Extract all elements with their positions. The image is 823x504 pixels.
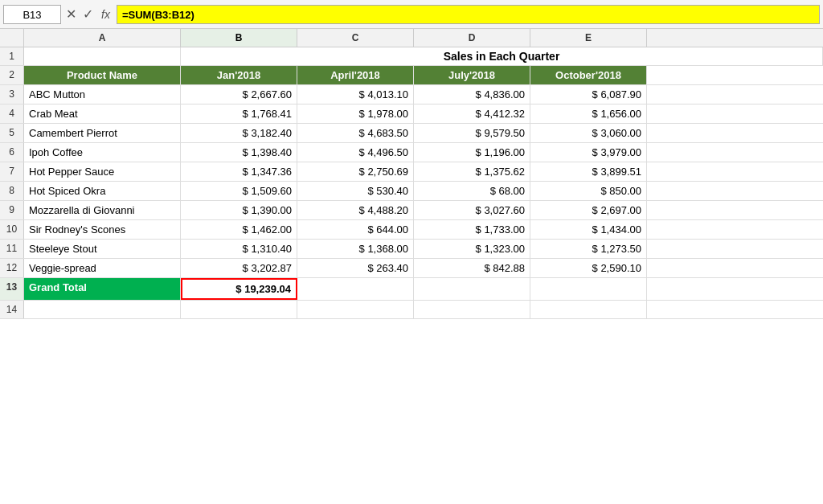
- cell-a11[interactable]: Steeleye Stout: [24, 240, 181, 258]
- row-num-10: 10: [0, 220, 24, 239]
- cell-a7[interactable]: Hot Pepper Sauce: [24, 162, 181, 181]
- row-num-2: 2: [0, 66, 24, 84]
- confirm-icon[interactable]: ✓: [81, 6, 95, 22]
- cell-c3[interactable]: $ 4,013.10: [297, 85, 414, 104]
- row-num-7: 7: [0, 162, 24, 181]
- col-header-c[interactable]: C: [297, 29, 414, 47]
- cell-a3[interactable]: ABC Mutton: [24, 85, 181, 104]
- cell-d5[interactable]: $ 9,579.50: [414, 124, 530, 142]
- row-5: 5 Camembert Pierrot $ 3,182.40 $ 4,683.5…: [0, 124, 823, 143]
- cell-c8[interactable]: $ 530.40: [297, 182, 414, 200]
- cell-d13: [414, 278, 530, 300]
- row-10: 10 Sir Rodney's Scones $ 1,462.00 $ 644.…: [0, 220, 823, 240]
- formula-bar-controls: ✕ ✓: [64, 6, 95, 22]
- cell-c7[interactable]: $ 2,750.69: [297, 162, 414, 181]
- cell-c10[interactable]: $ 644.00: [297, 220, 414, 239]
- row-num-6: 6: [0, 143, 24, 162]
- cell-b4[interactable]: $ 1,768.41: [181, 104, 297, 123]
- cell-reference-box[interactable]: B13: [3, 5, 61, 24]
- row-num-13: 13: [0, 278, 24, 300]
- cell-d7[interactable]: $ 1,375.62: [414, 162, 530, 181]
- row-num-9: 9: [0, 201, 24, 219]
- cell-c4[interactable]: $ 1,978.00: [297, 104, 414, 123]
- cell-a13[interactable]: Grand Total: [24, 278, 181, 300]
- cell-b14: [181, 301, 297, 318]
- fx-label: fx: [98, 8, 113, 21]
- cell-e4[interactable]: $ 1,656.00: [530, 104, 647, 123]
- formula-bar: B13 ✕ ✓ fx =SUM(B3:B12): [0, 0, 823, 29]
- cell-a6[interactable]: Ipoh Coffee: [24, 143, 181, 162]
- cell-b11[interactable]: $ 1,310.40: [181, 240, 297, 258]
- cell-d9[interactable]: $ 3,027.60: [414, 201, 530, 219]
- row-num-14: 14: [0, 301, 24, 318]
- cell-a12[interactable]: Veggie-spread: [24, 259, 181, 277]
- cell-a1: [24, 47, 181, 65]
- col-header-d[interactable]: D: [414, 29, 530, 47]
- cell-c5[interactable]: $ 4,683.50: [297, 124, 414, 142]
- cell-b7[interactable]: $ 1,347.36: [181, 162, 297, 181]
- cell-b13[interactable]: $ 19,239.04: [181, 278, 297, 300]
- cell-e5[interactable]: $ 3,060.00: [530, 124, 647, 142]
- cell-b3[interactable]: $ 2,667.60: [181, 85, 297, 104]
- col-header-a[interactable]: A: [24, 29, 181, 47]
- row-1: 1 Sales in Each Quarter: [0, 47, 823, 66]
- cell-d12[interactable]: $ 842.88: [414, 259, 530, 277]
- cell-d10[interactable]: $ 1,733.00: [414, 220, 530, 239]
- row-num-11: 11: [0, 240, 24, 258]
- cell-c11[interactable]: $ 1,368.00: [297, 240, 414, 258]
- cell-e8[interactable]: $ 850.00: [530, 182, 647, 200]
- row-6: 6 Ipoh Coffee $ 1,398.40 $ 4,496.50 $ 1,…: [0, 143, 823, 162]
- cell-b2: Jan'2018: [181, 66, 297, 84]
- row-14: 14: [0, 301, 823, 319]
- row-12: 12 Veggie-spread $ 3,202.87 $ 263.40 $ 8…: [0, 259, 823, 278]
- cell-c13: [297, 278, 414, 300]
- row-2: 2 Product Name Jan'2018 April'2018 July'…: [0, 66, 823, 85]
- cell-d6[interactable]: $ 1,196.00: [414, 143, 530, 162]
- row-num-3: 3: [0, 85, 24, 104]
- cell-d4[interactable]: $ 4,412.32: [414, 104, 530, 123]
- cell-b12[interactable]: $ 3,202.87: [181, 259, 297, 277]
- cell-e13: [530, 278, 647, 300]
- row-4: 4 Crab Meat $ 1,768.41 $ 1,978.00 $ 4,41…: [0, 104, 823, 124]
- cell-c14: [297, 301, 414, 318]
- cell-e10[interactable]: $ 1,434.00: [530, 220, 647, 239]
- cell-b10[interactable]: $ 1,462.00: [181, 220, 297, 239]
- cell-c12[interactable]: $ 263.40: [297, 259, 414, 277]
- col-header-b[interactable]: B: [181, 29, 297, 47]
- cell-c9[interactable]: $ 4,488.20: [297, 201, 414, 219]
- row-num-4: 4: [0, 104, 24, 123]
- cell-d2: July'2018: [414, 66, 530, 84]
- cell-d8[interactable]: $ 68.00: [414, 182, 530, 200]
- column-headers: A B C D E: [0, 29, 823, 47]
- cell-e11[interactable]: $ 1,273.50: [530, 240, 647, 258]
- cell-e9[interactable]: $ 2,697.00: [530, 201, 647, 219]
- cell-a8[interactable]: Hot Spiced Okra: [24, 182, 181, 200]
- cell-a10[interactable]: Sir Rodney's Scones: [24, 220, 181, 239]
- cancel-icon[interactable]: ✕: [64, 6, 78, 22]
- cell-a5[interactable]: Camembert Pierrot: [24, 124, 181, 142]
- formula-input[interactable]: =SUM(B3:B12): [117, 5, 820, 24]
- spreadsheet: A B C D E 1 Sales in Each Quarter 2 Prod…: [0, 29, 823, 319]
- row-num-5: 5: [0, 124, 24, 142]
- row-3: 3 ABC Mutton $ 2,667.60 $ 4,013.10 $ 4,8…: [0, 85, 823, 104]
- cell-d11[interactable]: $ 1,323.00: [414, 240, 530, 258]
- cell-a4[interactable]: Crab Meat: [24, 104, 181, 123]
- cell-e12[interactable]: $ 2,590.10: [530, 259, 647, 277]
- cell-b5[interactable]: $ 3,182.40: [181, 124, 297, 142]
- cell-merged-title: Sales in Each Quarter: [181, 47, 823, 65]
- cell-b6[interactable]: $ 1,398.40: [181, 143, 297, 162]
- row-11: 11 Steeleye Stout $ 1,310.40 $ 1,368.00 …: [0, 240, 823, 259]
- cell-a9[interactable]: Mozzarella di Giovanni: [24, 201, 181, 219]
- cell-e3[interactable]: $ 6,087.90: [530, 85, 647, 104]
- cell-b8[interactable]: $ 1,509.60: [181, 182, 297, 200]
- row-9: 9 Mozzarella di Giovanni $ 1,390.00 $ 4,…: [0, 201, 823, 220]
- row-7: 7 Hot Pepper Sauce $ 1,347.36 $ 2,750.69…: [0, 162, 823, 182]
- cell-d14: [414, 301, 530, 318]
- cell-e14: [530, 301, 647, 318]
- cell-e6[interactable]: $ 3,979.00: [530, 143, 647, 162]
- cell-d3[interactable]: $ 4,836.00: [414, 85, 530, 104]
- cell-b9[interactable]: $ 1,390.00: [181, 201, 297, 219]
- col-header-e[interactable]: E: [530, 29, 647, 47]
- cell-c6[interactable]: $ 4,496.50: [297, 143, 414, 162]
- cell-e7[interactable]: $ 3,899.51: [530, 162, 647, 181]
